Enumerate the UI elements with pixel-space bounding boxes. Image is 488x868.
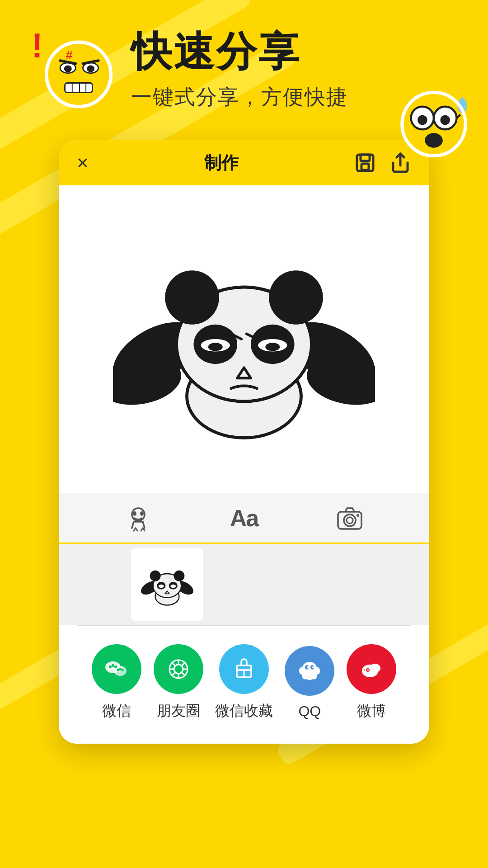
svg-point-20: [418, 115, 427, 125]
phone-mockup: × 制作: [59, 140, 429, 744]
share-wechat-fav[interactable]: 微信收藏: [215, 644, 273, 721]
text-tool-label: Aa: [230, 505, 258, 532]
weibo-icon: [347, 644, 396, 694]
text-tool-button[interactable]: Aa: [230, 505, 258, 532]
svg-rect-8: [65, 83, 93, 93]
mascot-right: [393, 81, 474, 163]
svg-point-97: [299, 667, 304, 675]
moments-icon: [154, 644, 203, 694]
svg-point-22: [425, 133, 443, 147]
svg-line-86: [172, 663, 175, 666]
panda-sticker: [113, 235, 375, 443]
share-weibo[interactable]: 微博: [347, 644, 396, 721]
wechat-icon: [92, 644, 141, 694]
svg-point-69: [159, 585, 164, 588]
svg-line-51: [143, 522, 145, 528]
svg-point-77: [117, 669, 119, 671]
sticker-slot-4[interactable]: [276, 548, 348, 621]
svg-point-66: [174, 571, 184, 581]
svg-line-50: [132, 522, 134, 528]
mascot-left: ! #: [27, 27, 113, 113]
svg-point-43: [265, 343, 280, 351]
svg-point-21: [440, 115, 450, 125]
svg-point-59: [347, 517, 353, 524]
svg-point-49: [140, 511, 144, 516]
wechat-fav-label: 微信收藏: [215, 701, 273, 721]
wechat-label: 微信: [102, 701, 131, 721]
titlebar-title: 制作: [204, 151, 239, 175]
svg-point-95: [307, 666, 309, 668]
share-wechat[interactable]: 微信: [92, 644, 141, 721]
camera-tool-button[interactable]: [336, 505, 363, 532]
sticker-slot-3[interactable]: [203, 548, 276, 621]
svg-line-54: [136, 528, 137, 531]
svg-point-37: [269, 270, 323, 325]
sticker-tool-button[interactable]: [125, 505, 152, 532]
qq-icon: [285, 646, 334, 696]
svg-point-75: [112, 664, 114, 667]
svg-point-78: [119, 668, 122, 670]
sticker-area: [77, 235, 411, 443]
svg-text:!: !: [32, 27, 43, 65]
svg-point-103: [367, 670, 368, 670]
svg-point-79: [122, 669, 124, 671]
app-titlebar: × 制作: [59, 140, 429, 185]
svg-line-87: [182, 672, 185, 675]
svg-rect-27: [361, 155, 370, 161]
share-qq[interactable]: QQ: [285, 646, 334, 720]
svg-text:#: #: [66, 48, 73, 62]
svg-point-60: [357, 514, 359, 517]
bottom-toolbar: Aa: [59, 493, 429, 542]
content-area: [59, 185, 429, 493]
svg-point-58: [344, 514, 356, 526]
svg-point-48: [133, 511, 136, 516]
svg-point-76: [114, 665, 117, 668]
sticker-strip-scroll[interactable]: [59, 544, 429, 625]
share-moments[interactable]: 朋友圈: [154, 644, 203, 721]
svg-point-42: [208, 343, 223, 351]
svg-point-36: [165, 270, 219, 325]
svg-line-89: [172, 672, 175, 675]
svg-point-96: [312, 666, 314, 668]
sticker-slot-empty[interactable]: [59, 548, 131, 621]
svg-line-88: [182, 663, 185, 666]
svg-point-70: [170, 585, 176, 588]
sticker-strip: [59, 542, 429, 625]
close-button[interactable]: ×: [77, 151, 89, 174]
main-title: 快速分享: [131, 29, 461, 74]
sticker-slot-panda[interactable]: [131, 548, 203, 621]
moments-label: 朋友圈: [157, 701, 200, 721]
svg-point-74: [109, 665, 112, 668]
svg-point-65: [150, 571, 161, 581]
svg-point-4: [64, 66, 72, 72]
svg-point-98: [315, 667, 320, 675]
save-icon[interactable]: [354, 152, 376, 174]
svg-point-5: [87, 66, 94, 72]
svg-rect-28: [361, 164, 369, 170]
qq-label: QQ: [298, 703, 321, 720]
svg-point-100: [370, 664, 380, 673]
wechat-fav-icon: [219, 644, 269, 694]
weibo-label: 微博: [357, 701, 386, 721]
share-row: 微信 朋友圈: [59, 626, 429, 744]
